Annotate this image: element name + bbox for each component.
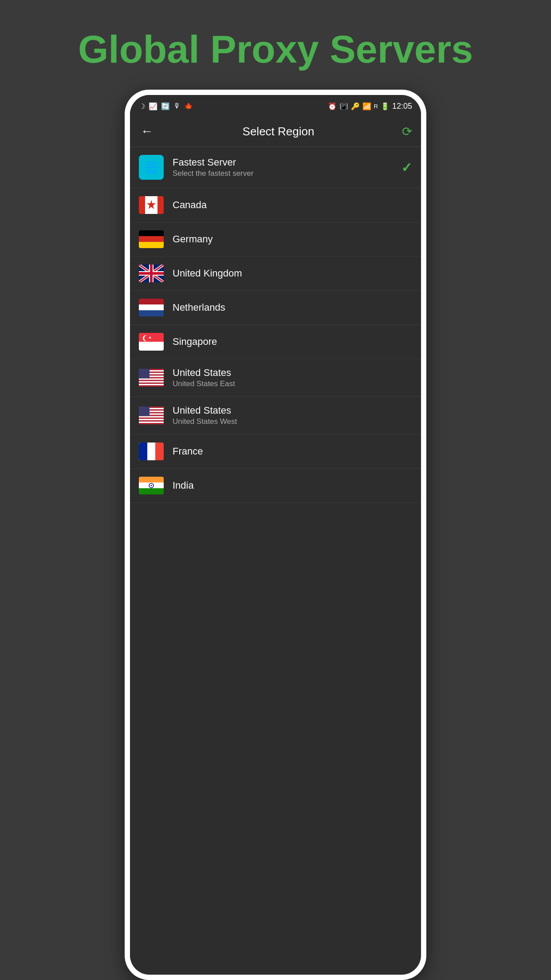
server-info: Fastest Server Select the fastest server <box>173 157 401 178</box>
svg-rect-4 <box>139 236 164 242</box>
svg-rect-19 <box>139 342 164 351</box>
svg-rect-44 <box>139 477 164 483</box>
list-item[interactable]: United Kingdom <box>130 257 421 291</box>
svg-rect-43 <box>139 443 147 460</box>
flag-us-east <box>139 369 164 387</box>
server-info: Singapore <box>173 336 412 348</box>
refresh-button[interactable]: ⟳ <box>402 124 412 139</box>
svg-rect-28 <box>139 380 164 381</box>
flag-germany <box>139 230 164 248</box>
svg-rect-5 <box>139 242 164 248</box>
server-name: India <box>173 480 412 491</box>
svg-rect-37 <box>139 418 164 419</box>
flag-us-west <box>139 407 164 424</box>
flag-india <box>139 477 164 494</box>
top-bar: ← Select Region ⟳ <box>130 116 421 147</box>
selected-check-icon: ✓ <box>401 160 412 175</box>
leaf-icon: 🍁 <box>184 102 193 111</box>
status-icons-left: ☽ 📈 🔄 🎙 🍁 <box>139 102 193 111</box>
flag-france <box>139 443 164 460</box>
globe-icon: 🌐 <box>139 155 164 180</box>
server-name: United States <box>173 367 412 379</box>
wifi-icon: 📶 <box>362 102 371 111</box>
svg-rect-46 <box>139 488 164 494</box>
server-name: Germany <box>173 233 412 245</box>
key-icon: 🔑 <box>351 102 360 111</box>
flag-canada <box>139 196 164 214</box>
status-icons-right: ⏰ 📳 🔑 📶 R 🔋 12:05 <box>328 102 412 111</box>
svg-rect-39 <box>139 423 164 424</box>
svg-rect-18 <box>139 333 164 342</box>
server-info: Canada <box>173 199 412 211</box>
server-name: United Kingdom <box>173 268 412 279</box>
back-button[interactable]: ← <box>139 122 155 140</box>
server-name: United States <box>173 405 412 416</box>
battery-icon: 🔋 <box>381 102 390 111</box>
svg-rect-15 <box>139 299 164 305</box>
svg-rect-30 <box>139 385 164 387</box>
list-item[interactable]: Singapore <box>130 325 421 359</box>
svg-rect-16 <box>139 304 164 311</box>
server-subtitle: United States West <box>173 417 412 426</box>
server-name: France <box>173 446 412 457</box>
svg-rect-29 <box>139 383 164 384</box>
server-info: United Kingdom <box>173 268 412 279</box>
server-list: 🌐 Fastest Server Select the fastest serv… <box>130 147 421 975</box>
server-name: Netherlands <box>173 302 412 313</box>
server-info: United States United States West <box>173 405 412 426</box>
list-item[interactable]: 🌐 Fastest Server Select the fastest serv… <box>130 147 421 188</box>
list-item[interactable]: Germany <box>130 222 421 257</box>
list-item[interactable]: France <box>130 435 421 469</box>
server-info: Germany <box>173 233 412 245</box>
server-name: Singapore <box>173 336 412 348</box>
phone-device: ☽ 📈 🔄 🎙 🍁 ⏰ 📳 🔑 📶 R 🔋 12:05 ← Select Reg… <box>125 90 426 980</box>
server-info: United States United States East <box>173 367 412 388</box>
svg-point-48 <box>151 485 152 486</box>
flag-netherlands <box>139 299 164 316</box>
list-item[interactable]: Canada <box>130 188 421 222</box>
svg-rect-14 <box>139 272 164 275</box>
moon-icon: ☽ <box>139 102 145 111</box>
top-bar-title: Select Region <box>243 125 315 138</box>
chart-icon: 📈 <box>149 102 157 111</box>
status-time: 12:05 <box>392 102 412 111</box>
mic-off-icon: 🎙 <box>173 102 181 110</box>
list-item[interactable]: United States United States East <box>130 359 421 397</box>
page-title: Global Proxy Servers <box>0 0 551 90</box>
alarm-icon: ⏰ <box>328 102 337 111</box>
server-name: Fastest Server <box>173 157 401 168</box>
signal-icon: R <box>374 103 378 110</box>
vibrate-icon: 📳 <box>339 102 348 111</box>
flag-singapore <box>139 333 164 351</box>
sync-icon: 🔄 <box>161 102 170 111</box>
server-info: India <box>173 480 412 491</box>
server-subtitle: Select the fastest server <box>173 169 401 178</box>
server-info: Netherlands <box>173 302 412 313</box>
server-name: Canada <box>173 199 412 211</box>
phone-screen: ☽ 📈 🔄 🎙 🍁 ⏰ 📳 🔑 📶 R 🔋 12:05 ← Select Reg… <box>130 95 421 975</box>
svg-rect-31 <box>139 369 150 379</box>
server-subtitle: United States East <box>173 379 412 388</box>
svg-rect-38 <box>139 420 164 422</box>
list-item[interactable]: United States United States West <box>130 397 421 435</box>
status-bar: ☽ 📈 🔄 🎙 🍁 ⏰ 📳 🔑 📶 R 🔋 12:05 <box>130 95 421 116</box>
list-item[interactable]: India <box>130 469 421 503</box>
flag-uk <box>139 265 164 282</box>
svg-rect-3 <box>139 230 164 237</box>
svg-rect-40 <box>139 407 150 416</box>
svg-rect-17 <box>139 310 164 316</box>
list-item[interactable]: Netherlands <box>130 291 421 325</box>
server-info: France <box>173 446 412 457</box>
